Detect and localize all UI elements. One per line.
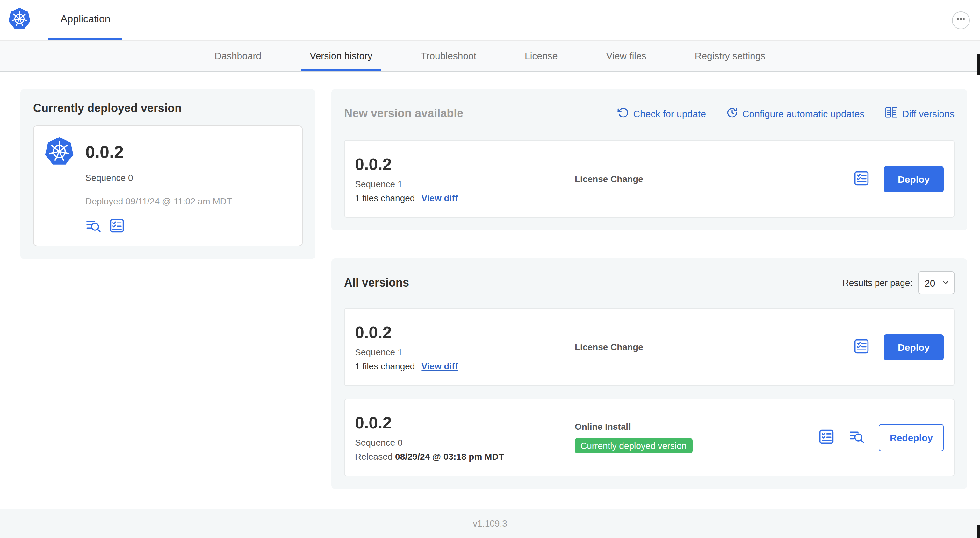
preflight-checks-button[interactable]	[853, 338, 870, 356]
files-changed-row: 1 files changed View diff	[355, 193, 575, 203]
tab-label: View files	[606, 50, 646, 61]
scrollbar-thumb[interactable]	[977, 525, 980, 538]
deploy-button[interactable]: Deploy	[884, 334, 944, 360]
tab-label: License	[525, 50, 558, 61]
new-version-title: New version available	[344, 106, 463, 120]
right-column: New version available Check for update	[331, 89, 967, 489]
scrollbar-thumb[interactable]	[977, 54, 980, 75]
kubernetes-logo-icon	[8, 7, 31, 33]
results-per-page: Results per page: 20	[843, 271, 955, 294]
version-source: Online Install Currently deployed versio…	[575, 422, 818, 453]
version-source-label: License Change	[575, 174, 853, 184]
deployed-version-info: 0.0.2 Sequence 0 Deployed 09/11/24 @ 11:…	[85, 136, 232, 236]
schedule-update-icon	[726, 106, 738, 120]
kubernetes-logo-icon	[44, 136, 75, 167]
version-sequence: Sequence 1	[355, 179, 575, 189]
release-notes-button[interactable]	[849, 428, 865, 446]
app-tab-label: Application	[60, 13, 111, 25]
tab-label: Version history	[310, 50, 372, 61]
tab-label: Dashboard	[215, 50, 262, 61]
tab-license[interactable]: License	[517, 41, 566, 71]
version-info: 0.0.2 Sequence 1 1 files changed View di…	[355, 323, 575, 371]
tab-version-history[interactable]: Version history	[301, 41, 381, 71]
version-row: 0.0.2 Sequence 1 1 files changed View di…	[344, 308, 955, 386]
app-tab-application[interactable]: Application	[48, 0, 123, 40]
preflight-checks-icon	[853, 170, 870, 188]
version-sequence: Sequence 1	[355, 347, 575, 357]
version-number: 0.0.2	[355, 155, 575, 175]
release-notes-button[interactable]	[85, 218, 101, 236]
app-logo	[8, 0, 31, 40]
page-footer: v1.109.3	[0, 509, 980, 538]
version-sequence: Sequence 0	[355, 437, 575, 448]
all-versions-title: All versions	[344, 276, 409, 289]
section-nav: Dashboard Version history Troubleshoot L…	[0, 41, 980, 72]
tab-troubleshoot[interactable]: Troubleshoot	[412, 41, 485, 71]
version-actions: Deploy	[853, 334, 944, 360]
diff-versions-icon	[885, 106, 897, 120]
version-source-label: License Change	[575, 342, 853, 352]
version-number: 0.0.2	[355, 413, 575, 433]
view-diff-link[interactable]: View diff	[421, 193, 458, 203]
configure-automatic-updates-link[interactable]: Configure automatic updates	[726, 106, 865, 120]
more-options-icon	[956, 14, 966, 26]
preflight-checks-button[interactable]	[818, 428, 835, 447]
configure-automatic-updates-label: Configure automatic updates	[742, 108, 865, 119]
version-info: 0.0.2 Sequence 0 Released 08/29/24 @ 03:…	[355, 413, 575, 462]
redeploy-button[interactable]: Redeploy	[879, 424, 944, 451]
chevron-down-icon	[942, 277, 950, 288]
check-for-update-label: Check for update	[633, 108, 706, 119]
deployed-version-box: 0.0.2 Sequence 0 Deployed 09/11/24 @ 11:…	[33, 125, 303, 246]
new-version-card: New version available Check for update	[331, 89, 967, 230]
version-row: 0.0.2 Sequence 0 Released 08/29/24 @ 03:…	[344, 398, 955, 476]
deployed-actions	[85, 218, 232, 236]
preflight-checks-button[interactable]	[109, 218, 125, 236]
refresh-icon	[617, 106, 628, 120]
all-versions-card: All versions Results per page: 20	[331, 259, 967, 489]
preflight-checks-icon	[853, 338, 870, 356]
currently-deployed-badge: Currently deployed version	[575, 438, 692, 453]
files-changed-label: 1 files changed	[355, 193, 415, 203]
new-version-header: New version available Check for update	[344, 102, 955, 125]
released-date: 08/29/24 @ 03:18 pm MDT	[395, 451, 504, 462]
diff-versions-link[interactable]: Diff versions	[885, 106, 955, 120]
version-number: 0.0.2	[355, 323, 575, 343]
preflight-checks-button[interactable]	[853, 170, 870, 188]
more-options-button[interactable]	[952, 11, 970, 29]
new-version-row: 0.0.2 Sequence 1 1 files changed View di…	[344, 140, 955, 218]
version-source: License Change	[575, 342, 853, 352]
version-info: 0.0.2 Sequence 1 1 files changed View di…	[355, 155, 575, 203]
results-per-page-value: 20	[924, 277, 935, 288]
currently-deployed-card: Currently deployed version	[21, 89, 315, 259]
release-notes-icon	[849, 428, 865, 446]
version-actions: Redeploy	[818, 424, 944, 451]
main-content: Currently deployed version	[0, 72, 980, 509]
results-per-page-select[interactable]: 20	[918, 271, 955, 294]
released-label: Released	[355, 451, 393, 462]
deployed-version-number: 0.0.2	[85, 143, 232, 162]
view-diff-link[interactable]: View diff	[421, 361, 458, 371]
released-row: Released 08/29/24 @ 03:18 pm MDT	[355, 451, 575, 462]
currently-deployed-title: Currently deployed version	[33, 102, 303, 115]
deployed-sequence: Sequence 0	[85, 173, 232, 183]
release-notes-icon	[85, 218, 101, 236]
deployed-timestamp: Deployed 09/11/24 @ 11:02 am MDT	[85, 196, 232, 206]
top-header: Application	[0, 0, 980, 41]
check-for-update-link[interactable]: Check for update	[617, 106, 706, 120]
tab-dashboard[interactable]: Dashboard	[207, 41, 270, 71]
deploy-button[interactable]: Deploy	[884, 166, 944, 192]
console-version: v1.109.3	[473, 518, 507, 528]
version-source-label: Online Install	[575, 422, 818, 432]
application-window: Application Dashboard Version history Tr…	[0, 0, 980, 538]
tab-label: Registry settings	[695, 50, 765, 61]
header-spacer	[123, 0, 952, 40]
all-versions-header: All versions Results per page: 20	[344, 271, 955, 294]
tab-view-files[interactable]: View files	[598, 41, 655, 71]
tab-registry-settings[interactable]: Registry settings	[687, 41, 774, 71]
files-changed-label: 1 files changed	[355, 361, 415, 371]
version-source: License Change	[575, 174, 853, 184]
preflight-checks-icon	[109, 218, 125, 236]
preflight-checks-icon	[818, 428, 835, 447]
diff-versions-label: Diff versions	[902, 108, 955, 119]
tab-label: Troubleshoot	[421, 50, 476, 61]
